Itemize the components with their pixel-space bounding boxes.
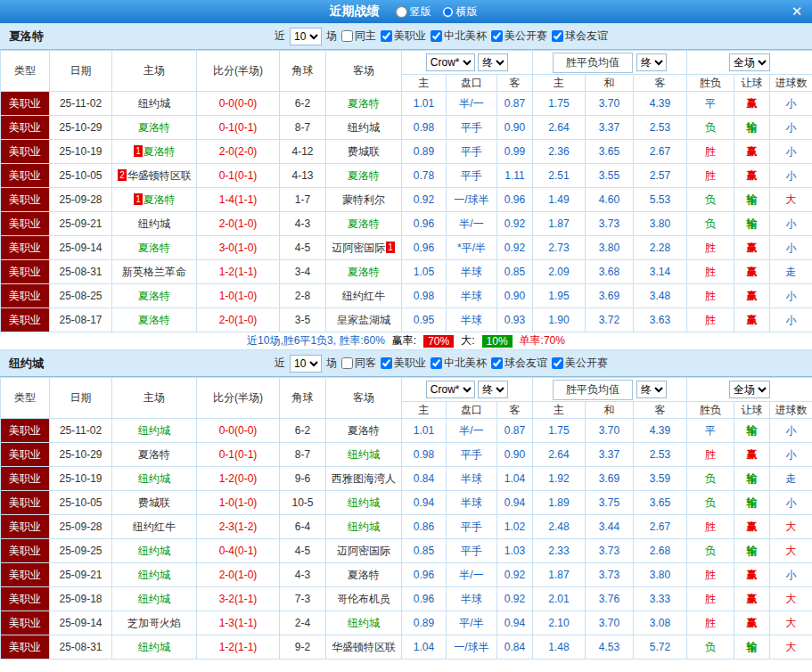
team-link[interactable]: 迈阿密国际 [337, 545, 390, 557]
team-link[interactable]: 费城联 [138, 496, 170, 509]
layout-radio-horizontal[interactable]: 横版 [442, 4, 478, 20]
league-checkbox-open-cup[interactable]: 美公开赛 [552, 356, 608, 371]
team-link[interactable]: 纽约城 [138, 472, 170, 485]
sub-col-lose: 客 [634, 402, 687, 419]
horizontal-radio[interactable] [442, 6, 454, 18]
match-score: 0-0(0-0) [197, 419, 280, 443]
team-link[interactable]: 夏洛特 [138, 448, 170, 461]
euro-win-odds: 1.49 [533, 188, 586, 212]
league-input[interactable] [381, 357, 392, 369]
vertical-radio[interactable] [396, 6, 407, 18]
league-checkbox-concacaf[interactable]: 中北美杯 [431, 356, 487, 371]
team-link[interactable]: 夏洛特 [144, 193, 176, 206]
home-team: 纽约城 [112, 635, 197, 660]
match-count-select[interactable]: 10 [290, 355, 322, 373]
league-type: 美职业 [1, 92, 50, 116]
asia-final-select[interactable]: 终 [478, 53, 508, 71]
league-input[interactable] [491, 357, 503, 369]
league-input[interactable] [431, 30, 442, 42]
team-link[interactable]: 华盛顿特区联 [332, 641, 396, 653]
league-input[interactable] [552, 30, 563, 42]
team-link[interactable]: 纽约城 [348, 448, 380, 461]
team-link[interactable]: 哥伦布机员 [337, 593, 390, 605]
team-link[interactable]: 纽约红牛 [342, 290, 385, 302]
team-link[interactable]: 蒙特利尔 [342, 193, 385, 206]
asia-away-odds: 0.87 [497, 92, 533, 116]
layout-radio-vertical[interactable]: 竖版 [396, 4, 431, 20]
asia-away-odds: 0.94 [497, 611, 533, 635]
team-link[interactable]: 纽约城 [138, 97, 170, 110]
team-link[interactable]: 纽约城 [138, 569, 170, 581]
scope-select[interactable]: 全场 [729, 381, 770, 398]
asia-away-odds: 0.90 [497, 116, 533, 140]
europe-final-select[interactable]: 终 [636, 53, 667, 71]
team-link[interactable]: 纽约红牛 [133, 520, 176, 533]
same-venue-checkbox[interactable]: 同客 [341, 356, 376, 371]
away-team: 蒙特利尔 [326, 188, 402, 212]
team-link[interactable]: 皇家盐湖城 [337, 314, 390, 326]
match-row: 美职业25-10-29夏洛特0-1(0-1)8-7纽约城0.98平手0.902.… [1, 116, 812, 140]
league-input[interactable] [381, 30, 392, 42]
team-link[interactable]: 夏洛特 [138, 290, 170, 302]
team-link[interactable]: 夏洛特 [348, 169, 380, 182]
match-score: 0-0(0-0) [197, 92, 280, 116]
team-link[interactable]: 纽约城 [138, 545, 170, 557]
team-link[interactable]: 新英格兰革命 [122, 266, 186, 278]
home-team: 费城联 [112, 491, 197, 515]
team-link[interactable]: 夏洛特 [138, 121, 170, 134]
team-link[interactable]: 纽约城 [138, 217, 170, 230]
team-link[interactable]: 费城联 [348, 145, 380, 158]
same-venue-input[interactable] [341, 30, 353, 42]
team-link[interactable]: 夏洛特 [348, 569, 380, 581]
goals-result-cell: 小 [770, 419, 812, 443]
team-link[interactable]: 纽约城 [138, 641, 170, 653]
euro-lose-odds: 3.14 [634, 260, 687, 284]
league-checkbox-friendly[interactable]: 球会友谊 [552, 29, 608, 44]
scope-select[interactable]: 全场 [729, 53, 770, 71]
team-link[interactable]: 纽约城 [138, 424, 170, 437]
team-link[interactable]: 夏洛特 [348, 424, 380, 437]
euro-lose-odds: 5.72 [634, 635, 687, 660]
league-type: 美职业 [1, 284, 50, 308]
league-input[interactable] [491, 30, 503, 42]
league-checkbox-friendly[interactable]: 球会友谊 [491, 356, 547, 371]
league-checkbox-open-cup[interactable]: 美公开赛 [491, 29, 547, 44]
team-link[interactable]: 夏洛特 [348, 217, 380, 230]
bookmaker-select[interactable]: Crow* [426, 381, 475, 398]
team-link[interactable]: 西雅图海湾人 [332, 472, 396, 485]
team-link[interactable]: 华盛顿特区联 [127, 169, 192, 182]
team-link[interactable]: 纽约城 [348, 496, 380, 509]
team-link[interactable]: 纽约城 [348, 121, 380, 134]
league-checkbox-mls[interactable]: 美职业 [381, 29, 426, 44]
away-team: 夏洛特 [326, 260, 402, 284]
same-venue-checkbox[interactable]: 同主 [341, 29, 376, 44]
match-count-select[interactable]: 10 [290, 28, 322, 45]
scope-header: 全场 [687, 51, 812, 75]
asia-final-select[interactable]: 终 [478, 381, 508, 398]
checkbox-label: 同客 [355, 356, 376, 371]
col-date: 日期 [50, 51, 112, 92]
team-link[interactable]: 纽约城 [348, 617, 380, 629]
league-input[interactable] [552, 357, 563, 369]
team-link[interactable]: 夏洛特 [138, 314, 170, 326]
league-checkbox-concacaf[interactable]: 中北美杯 [431, 29, 487, 44]
league-checkbox-mls[interactable]: 美职业 [381, 356, 426, 371]
team-link[interactable]: 迈阿密国际 [332, 242, 385, 254]
bookmaker-select[interactable]: Crow* [426, 53, 475, 71]
team-link[interactable]: 芝加哥火焰 [127, 617, 181, 629]
team-link[interactable]: 夏洛特 [348, 97, 380, 110]
result-cell: 负 [687, 116, 734, 140]
team-link[interactable]: 夏洛特 [348, 266, 380, 278]
team-link[interactable]: 纽约城 [348, 520, 380, 533]
close-icon[interactable]: ✕ [788, 3, 806, 20]
europe-final-select[interactable]: 终 [636, 381, 667, 398]
match-score: 1-2(1-1) [197, 260, 280, 284]
league-input[interactable] [431, 357, 442, 369]
goals-result-cell: 大 [770, 539, 812, 563]
same-venue-input[interactable] [341, 357, 353, 369]
asia-handicap: 平手 [447, 539, 497, 563]
team-link[interactable]: 夏洛特 [138, 242, 170, 254]
euro-win-odds: 2.33 [533, 539, 586, 563]
team-link[interactable]: 夏洛特 [144, 145, 176, 158]
team-link[interactable]: 纽约城 [138, 593, 170, 605]
